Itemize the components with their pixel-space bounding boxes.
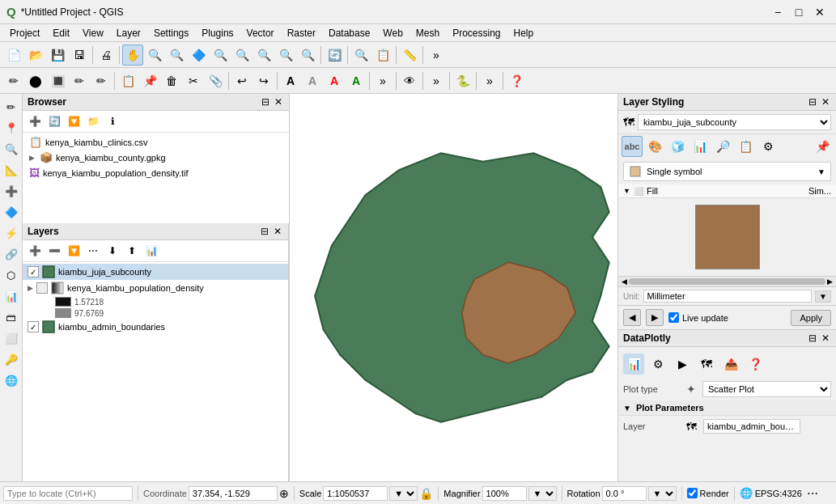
- ls-unit-arrow[interactable]: ▼: [815, 290, 831, 303]
- label4-button[interactable]: A: [346, 70, 367, 91]
- draw-button[interactable]: ✏: [91, 70, 112, 91]
- dp-icon-map[interactable]: 🗺: [696, 354, 717, 375]
- ls-undock-button[interactable]: ⊟: [807, 96, 818, 108]
- menu-database[interactable]: Database: [322, 26, 376, 40]
- redo-button[interactable]: ↪: [253, 70, 274, 91]
- lt-tool-9[interactable]: ⬡: [2, 265, 21, 285]
- dp-close-button[interactable]: ✕: [820, 332, 831, 344]
- open-project-button[interactable]: 📂: [25, 44, 46, 66]
- cut-button[interactable]: ✂: [183, 70, 204, 91]
- map-tools-icon[interactable]: ⊕: [279, 487, 289, 500]
- dp-plot-type-select[interactable]: Scatter Plot: [702, 381, 831, 397]
- rotation-input[interactable]: [602, 486, 647, 501]
- menu-vector[interactable]: Vector: [240, 26, 281, 40]
- ls-swatch[interactable]: [695, 205, 760, 269]
- zoom-selection-button[interactable]: 🔍: [253, 44, 274, 66]
- apply-button[interactable]: Apply: [791, 310, 831, 326]
- layers-remove-button[interactable]: ➖: [45, 242, 63, 260]
- lt-tool-4[interactable]: 📐: [2, 160, 21, 180]
- ls-back-button[interactable]: ◀: [623, 309, 641, 326]
- save-as-button[interactable]: 🖫: [69, 44, 90, 66]
- dp-header-controls[interactable]: ⊟ ✕: [807, 332, 831, 344]
- ls-forward-button[interactable]: ▶: [646, 309, 664, 326]
- delete-button[interactable]: 🗑: [161, 70, 182, 91]
- ls-pin-button[interactable]: 📌: [812, 136, 833, 157]
- lt-tool-11[interactable]: 🗃: [2, 307, 21, 327]
- menu-processing[interactable]: Processing: [446, 26, 507, 40]
- scale-input[interactable]: [323, 486, 388, 501]
- eye-button[interactable]: 👁: [399, 70, 420, 91]
- menu-web[interactable]: Web: [376, 26, 409, 40]
- layers-add-button[interactable]: ➕: [26, 242, 44, 260]
- save-project-button[interactable]: 💾: [47, 44, 68, 66]
- copy-button[interactable]: 📋: [117, 70, 138, 91]
- layers-header-controls[interactable]: ⊟ ✕: [259, 226, 283, 237]
- magnifier-select[interactable]: ▼: [528, 486, 557, 501]
- ls-tab-labels[interactable]: abc: [622, 136, 643, 157]
- layer-item-juja[interactable]: ✓ kiambu_juja_subcounty: [23, 264, 288, 280]
- lt-tool-13[interactable]: 🔑: [2, 349, 21, 369]
- more-button[interactable]: »: [426, 44, 447, 66]
- ls-symbol-type-row[interactable]: Single symbol ▼: [623, 162, 831, 181]
- python-button[interactable]: 🐍: [452, 70, 473, 91]
- ls-tab-fields[interactable]: 🔎: [712, 136, 733, 157]
- browser-header-controls[interactable]: ⊟ ✕: [260, 96, 284, 108]
- menu-plugins[interactable]: Plugins: [195, 26, 240, 40]
- locate-input[interactable]: [3, 486, 133, 501]
- layers-filter-button[interactable]: 🔽: [65, 242, 83, 260]
- map-area[interactable]: [290, 94, 617, 481]
- lt-tool-2[interactable]: 📍: [2, 118, 21, 138]
- ls-tab-properties[interactable]: ⚙: [757, 136, 779, 157]
- rotation-select[interactable]: ▼: [648, 486, 677, 501]
- layers-expand-button[interactable]: ⬇: [104, 242, 121, 260]
- lt-tool-6[interactable]: 🔷: [2, 202, 21, 222]
- dp-icon-run[interactable]: ▶: [672, 354, 693, 375]
- menu-edit[interactable]: Edit: [46, 26, 76, 40]
- ls-tab-3d[interactable]: 🧊: [667, 136, 688, 157]
- ls-tab-symbology[interactable]: 🎨: [644, 136, 665, 157]
- layer-check-admin[interactable]: ✓: [28, 321, 39, 332]
- lt-tool-1[interactable]: ✏: [2, 97, 21, 116]
- browser-close-button[interactable]: ✕: [273, 96, 284, 108]
- shape-button[interactable]: 🔳: [47, 70, 68, 91]
- ls-scroll-left[interactable]: ◀: [622, 277, 627, 286]
- label2-button[interactable]: A: [302, 70, 323, 91]
- dp-params-header[interactable]: ▼ Plot Parameters: [618, 400, 836, 416]
- ls-scroll-right[interactable]: ▶: [827, 277, 833, 286]
- more2-button[interactable]: »: [372, 70, 393, 91]
- select-button[interactable]: 📋: [372, 44, 393, 66]
- zoom-layer-button[interactable]: 🔍: [231, 44, 252, 66]
- layers-options-button[interactable]: ⋯: [84, 242, 102, 260]
- menu-mesh[interactable]: Mesh: [410, 26, 446, 40]
- layers-close-button[interactable]: ✕: [272, 226, 283, 237]
- ls-header-controls[interactable]: ⊟ ✕: [807, 96, 831, 108]
- menu-project[interactable]: Project: [3, 26, 46, 40]
- layers-collapse-button[interactable]: ⬆: [123, 242, 141, 260]
- layers-undock-button[interactable]: ⊟: [259, 226, 270, 237]
- zoom-in-button[interactable]: 🔍: [144, 44, 165, 66]
- close-button[interactable]: ✕: [810, 4, 830, 20]
- ls-close-button[interactable]: ✕: [820, 96, 831, 108]
- new-project-button[interactable]: 📄: [3, 44, 24, 66]
- density-expand-arrow[interactable]: ▶: [28, 284, 33, 292]
- measure-button[interactable]: 📏: [399, 44, 420, 66]
- edit-button[interactable]: ✏: [69, 70, 90, 91]
- browser-item-gpkg[interactable]: ▶ 📦 kenya_kiambu_county.gpkg: [23, 150, 289, 165]
- lock-icon[interactable]: 🔒: [419, 487, 433, 500]
- lt-tool-14[interactable]: 🌐: [2, 371, 21, 390]
- browser-collapse-button[interactable]: 📁: [84, 112, 102, 130]
- more4-button[interactable]: »: [479, 70, 500, 91]
- statusbar-more-button[interactable]: ⋯: [807, 487, 818, 500]
- menu-view[interactable]: View: [76, 26, 110, 40]
- help-button[interactable]: ❓: [506, 70, 527, 91]
- gpkg-expand-arrow[interactable]: ▶: [29, 154, 35, 162]
- undo-button[interactable]: ↩: [231, 70, 252, 91]
- scale-select[interactable]: ▼: [389, 486, 418, 501]
- label-button[interactable]: A: [280, 70, 301, 91]
- layer-item-admin[interactable]: ✓ kiambu_admin_boundaries: [23, 319, 288, 335]
- more3-button[interactable]: »: [426, 70, 447, 91]
- magnifier-input[interactable]: [482, 486, 527, 501]
- browser-options-button[interactable]: ℹ: [104, 112, 121, 130]
- print-button[interactable]: 🖨: [95, 44, 117, 66]
- layers-more-button[interactable]: 📊: [142, 242, 160, 260]
